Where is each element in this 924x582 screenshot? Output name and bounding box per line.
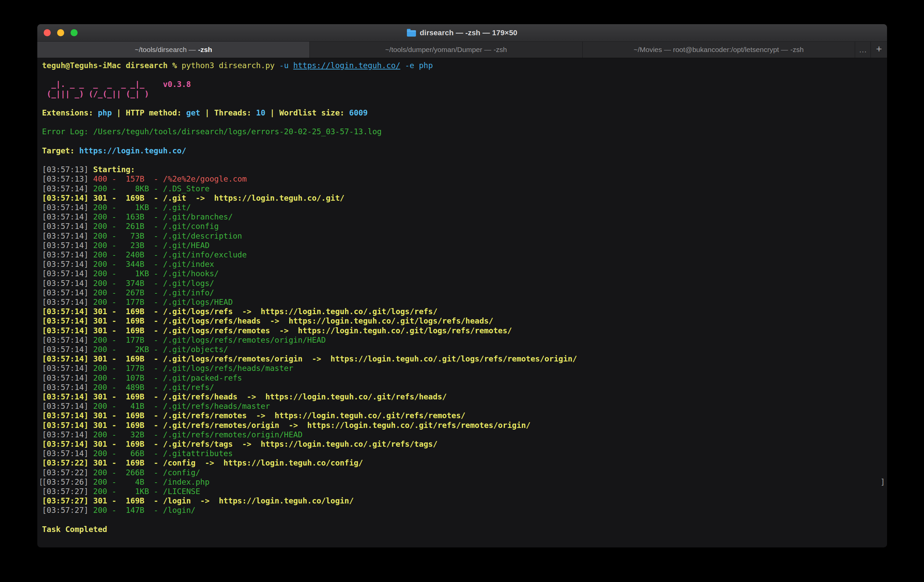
banner-art-1: _|. _ _ _ _ _ _|_ — [42, 80, 145, 89]
new-tab-button[interactable]: + — [871, 42, 887, 58]
result-line: [03:57:27] 301 - 169B - /login -> https:… — [37, 496, 887, 505]
result-line: [03:57:14] 200 - 66B - /.gitattributes — [37, 449, 887, 458]
window-title-text: dirsearch — -zsh — 179×50 — [420, 28, 517, 37]
result-line: [03:57:14] 301 - 169B - /.git/refs/remot… — [37, 411, 887, 420]
result-line: [03:57:14] 200 - 32B - /.git/refs/remote… — [37, 430, 887, 439]
result-line: [03:57:14] 200 - 73B - /.git/description — [37, 231, 887, 241]
prompt-cwd: dirsearch — [125, 61, 168, 70]
wordlist-value: 6009 — [349, 109, 368, 117]
folder-icon — [407, 30, 416, 36]
extensions-label: Extensions: — [42, 109, 93, 117]
terminal-tab[interactable]: ~/tools/dirsearch —-zsh — [37, 42, 310, 58]
result-line: [03:57:14] 200 - 267B - /.git/info/ — [37, 288, 887, 298]
result-line: [03:57:14] 200 - 41B - /.git/refs/heads/… — [37, 401, 887, 411]
starting-line: [03:57:13] Starting: — [37, 165, 887, 174]
command-flag-u: -u — [279, 61, 289, 70]
terminal-screen[interactable]: teguh@Teguhs-iMac dirsearch % python3 di… — [37, 58, 887, 547]
error-log-line: Error Log: /Users/teguh/tools/dirsearch/… — [37, 127, 887, 136]
http-method-value: get — [186, 109, 200, 117]
result-line: [03:57:14] 200 - 240B - /.git/info/exclu… — [37, 250, 887, 260]
result-line: [03:57:14] 200 - 489B - /.git/refs/ — [37, 383, 887, 392]
result-line: [03:57:27] 200 - 1KB - /LICENSE — [37, 487, 887, 496]
result-line: [03:57:14] 301 - 169B - /.git -> https:/… — [37, 193, 887, 203]
result-line: [03:57:14] 200 - 163B - /.git/branches/ — [37, 212, 887, 222]
tab-path-label: ~/Movies — root@bukancoder:/opt/letsencr… — [634, 46, 788, 54]
tab-shell-label: -zsh — [493, 46, 507, 54]
scan-results: [03:57:13] 400 - 157B - /%2e%2e/google.c… — [37, 174, 887, 515]
scan-options-line: Extensions: php | HTTP method: get | Thr… — [37, 108, 887, 117]
extensions-value: php — [98, 109, 112, 117]
result-line: [03:57:27] 200 - 147B - /login/ — [37, 505, 887, 515]
result-line: [03:57:14] 301 - 169B - /.git/refs/remot… — [37, 421, 887, 430]
banner-art-2: (_||| _) (/_(_|| (_| ) — [42, 90, 149, 99]
result-line: [03:57:14] 301 - 169B - /.git/logs/refs/… — [37, 316, 887, 326]
result-line: [03:57:14] 200 - 177B - /.git/logs/refs/… — [37, 335, 887, 345]
command-url: https://login.teguh.co/ — [293, 61, 401, 70]
result-line: [03:57:14] 301 - 169B - /.git/refs/heads… — [37, 392, 887, 401]
scroll-mark-open: [ — [39, 477, 43, 487]
wordlist-label: Wordlist size: — [279, 109, 345, 117]
dirsearch-banner-line1: _|. _ _ _ _ _ _|_ v0.3.8 — [37, 79, 887, 89]
dirsearch-banner-line2: (_||| _) (/_(_|| (_| ) — [37, 89, 887, 99]
result-line: [03:57:14] 301 - 169B - /.git/logs/refs/… — [37, 326, 887, 335]
result-line: [03:57:26] 200 - 4B - /index.php[] — [37, 477, 887, 487]
tab-overflow-button[interactable]: … — [855, 42, 871, 58]
threads-label: Threads: — [214, 109, 251, 117]
result-line: [03:57:14] 200 - 1KB - /.git/ — [37, 203, 887, 212]
result-line: [03:57:14] 200 - 177B - /.git/logs/refs/… — [37, 363, 887, 373]
target-line: Target: https://login.teguh.co/ — [37, 146, 887, 155]
tab-bar: ~/tools/dirsearch —-zsh~/tools/dumper/yo… — [37, 42, 887, 58]
prompt-symbol: % — [172, 61, 177, 70]
target-url: https://login.teguh.co/ — [79, 146, 186, 155]
result-line: [03:57:13] 400 - 157B - /%2e%2e/google.c… — [37, 174, 887, 184]
result-line: [03:57:22] 200 - 266B - /config/ — [37, 468, 887, 477]
command-text: python3 dirsearch.py — [182, 61, 274, 70]
command-flag-e: -e php — [405, 61, 433, 70]
threads-value: 10 — [256, 109, 266, 117]
terminal-window: dirsearch — -zsh — 179×50 ~/tools/dirsea… — [37, 24, 887, 547]
starting-time: [03:57:13] — [42, 165, 88, 174]
tab-path-label: ~/tools/dirsearch — — [135, 46, 196, 54]
prompt-user-host: teguh@Teguhs-iMac — [42, 61, 121, 70]
http-method-label: HTTP method: — [125, 109, 182, 117]
target-label: Target: — [42, 146, 74, 155]
result-line: [03:57:14] 200 - 1KB - /.git/hooks/ — [37, 269, 887, 278]
result-line: [03:57:14] 200 - 2KB - /.git/objects/ — [37, 345, 887, 354]
result-line: [03:57:14] 200 - 177B - /.git/logs/HEAD — [37, 298, 887, 307]
result-line: [03:57:22] 301 - 169B - /config -> https… — [37, 458, 887, 467]
result-line: [03:57:14] 200 - 107B - /.git/packed-ref… — [37, 373, 887, 383]
result-line: [03:57:14] 200 - 8KB - /.DS_Store — [37, 184, 887, 193]
result-line: [03:57:14] 301 - 169B - /.git/logs/refs … — [37, 307, 887, 316]
tab-strip: ~/tools/dirsearch —-zsh~/tools/dumper/yo… — [37, 42, 855, 58]
starting-label: Starting: — [93, 165, 135, 174]
result-line: [03:57:14] 200 - 23B - /.git/HEAD — [37, 241, 887, 250]
version-label: v0.3.8 — [163, 80, 191, 89]
window-titlebar[interactable]: dirsearch — -zsh — 179×50 — [37, 24, 887, 42]
shell-prompt-line: teguh@Teguhs-iMac dirsearch % python3 di… — [37, 61, 887, 70]
result-line: [03:57:14] 301 - 169B - /.git/refs/tags … — [37, 439, 887, 449]
tab-shell-label: -zsh — [790, 46, 804, 54]
result-line: [03:57:14] 301 - 169B - /.git/logs/refs/… — [37, 354, 887, 363]
terminal-tab[interactable]: ~/Movies — root@bukancoder:/opt/letsencr… — [582, 42, 855, 58]
result-line: [03:57:14] 200 - 261B - /.git/config — [37, 222, 887, 231]
scroll-mark-close: ] — [880, 477, 885, 487]
terminal-tab[interactable]: ~/tools/dumper/yoman/Dumper —-zsh — [310, 42, 582, 58]
result-line: [03:57:14] 200 - 344B - /.git/index — [37, 260, 887, 269]
task-completed-line: Task Completed — [37, 524, 887, 534]
result-line: [03:57:14] 200 - 374B - /.git/logs/ — [37, 279, 887, 288]
tab-shell-label: -zsh — [198, 46, 212, 54]
tab-path-label: ~/tools/dumper/yoman/Dumper — — [385, 46, 491, 54]
window-title: dirsearch — -zsh — 179×50 — [37, 24, 887, 41]
